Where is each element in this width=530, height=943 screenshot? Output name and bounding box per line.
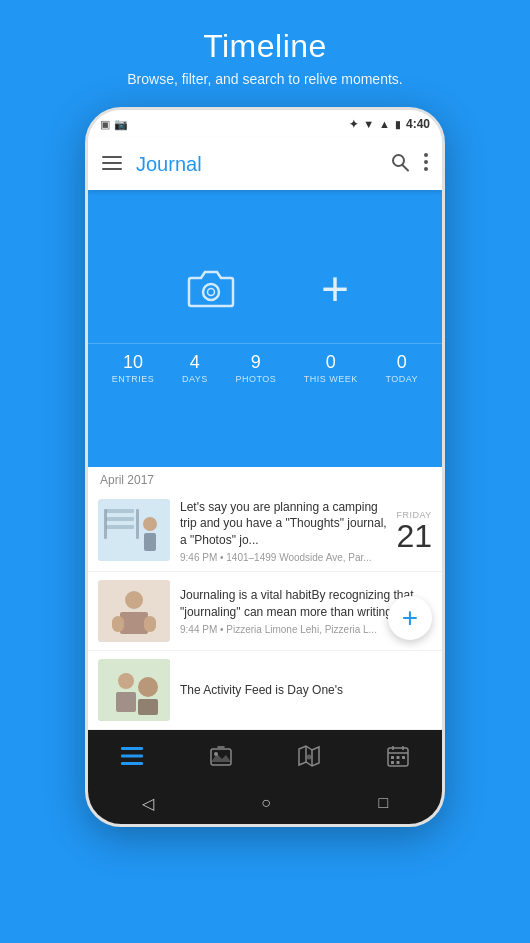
- entry-meta-1: 9:46 PM • 1401–1499 Woodside Ave, Par...: [180, 552, 388, 563]
- svg-point-33: [214, 752, 218, 756]
- svg-point-5: [424, 153, 428, 157]
- status-icon-2: 📷: [114, 118, 128, 131]
- svg-rect-12: [106, 517, 134, 521]
- svg-point-7: [424, 167, 428, 171]
- svg-rect-21: [112, 616, 124, 632]
- svg-rect-2: [102, 168, 122, 170]
- app-bar-actions: [390, 152, 428, 177]
- add-icon[interactable]: +: [321, 265, 349, 313]
- svg-rect-17: [144, 533, 156, 551]
- back-button[interactable]: ◁: [142, 794, 154, 813]
- stat-days: 4 DAYS: [182, 352, 208, 384]
- timeline-nav[interactable]: [88, 730, 177, 782]
- svg-rect-31: [211, 749, 231, 765]
- svg-point-19: [125, 591, 143, 609]
- app-bar: Journal: [88, 138, 442, 190]
- page-subtitle: Browse, filter, and search to relive mom…: [127, 71, 402, 87]
- more-icon[interactable]: [424, 153, 428, 176]
- table-row[interactable]: Let's say you are planning a camping tri…: [88, 491, 442, 572]
- svg-point-24: [118, 673, 134, 689]
- app-bar-title: Journal: [136, 153, 390, 176]
- svg-point-9: [207, 288, 214, 295]
- entry-thumbnail-2: [98, 580, 170, 642]
- stat-week-label: THIS WEEK: [304, 374, 358, 384]
- svg-marker-32: [211, 754, 231, 762]
- status-left: ▣ 📷: [100, 118, 128, 131]
- svg-rect-11: [106, 509, 134, 513]
- stat-entries-label: ENTRIES: [112, 374, 155, 384]
- svg-rect-20: [120, 612, 148, 634]
- svg-rect-15: [136, 509, 139, 539]
- table-row[interactable]: Journaling is a vital habitBy recognizin…: [88, 572, 442, 651]
- stat-entries-value: 10: [123, 352, 143, 373]
- fab-icon: +: [402, 604, 418, 632]
- svg-rect-13: [106, 525, 134, 529]
- svg-rect-14: [104, 509, 107, 539]
- menu-icon[interactable]: [102, 154, 122, 175]
- stat-photos-value: 9: [251, 352, 261, 373]
- bluetooth-icon: ✦: [349, 118, 358, 131]
- svg-rect-42: [391, 756, 394, 759]
- phone-frame: ▣ 📷 ✦ ▼ ▲ ▮ 4:40 Journal: [85, 107, 445, 827]
- stat-today: 0 TODAY: [385, 352, 418, 384]
- page-header: Timeline Browse, filter, and search to r…: [127, 0, 402, 97]
- status-right: ✦ ▼ ▲ ▮ 4:40: [349, 117, 430, 131]
- svg-rect-43: [396, 756, 399, 759]
- journal-list: April 2017 Let's say you are planning a …: [88, 467, 442, 730]
- stat-this-week: 0 THIS WEEK: [304, 352, 358, 384]
- recent-button[interactable]: □: [379, 794, 389, 812]
- stat-week-value: 0: [326, 352, 336, 373]
- phone-side-button: [443, 310, 445, 360]
- signal-icon: ▲: [379, 118, 390, 130]
- svg-rect-29: [121, 755, 143, 758]
- svg-rect-1: [102, 162, 122, 164]
- svg-point-26: [138, 677, 158, 697]
- entry-day-num-1: 21: [396, 520, 432, 552]
- svg-rect-45: [391, 761, 394, 764]
- fab-button[interactable]: +: [388, 596, 432, 640]
- svg-point-8: [203, 284, 219, 300]
- entry-date-1: FRIDAY 21: [396, 499, 432, 563]
- svg-rect-10: [98, 499, 170, 561]
- page-title: Timeline: [127, 28, 402, 65]
- svg-rect-22: [144, 616, 156, 632]
- status-icon-1: ▣: [100, 118, 110, 131]
- svg-rect-46: [396, 761, 399, 764]
- status-bar: ▣ 📷 ✦ ▼ ▲ ▮ 4:40: [88, 110, 442, 138]
- svg-rect-27: [138, 699, 158, 715]
- photos-nav[interactable]: [177, 730, 266, 782]
- stat-entries: 10 ENTRIES: [112, 352, 155, 384]
- battery-icon: ▮: [395, 119, 401, 130]
- entry-text-1: Let's say you are planning a camping tri…: [180, 499, 388, 549]
- stat-today-label: TODAY: [385, 374, 418, 384]
- svg-rect-30: [121, 762, 143, 765]
- svg-point-6: [424, 160, 428, 164]
- system-nav: ◁ ○ □: [88, 782, 442, 824]
- entry-thumbnail-3: [98, 659, 170, 721]
- entry-content-1: Let's say you are planning a camping tri…: [180, 499, 388, 563]
- svg-rect-44: [402, 756, 405, 759]
- entry-content-3: The Activity Feed is Day One's: [180, 659, 432, 721]
- stat-photos: 9 PHOTOS: [235, 352, 276, 384]
- section-header: April 2017: [88, 467, 442, 491]
- calendar-nav[interactable]: [354, 730, 443, 782]
- stat-days-label: DAYS: [182, 374, 208, 384]
- stat-days-value: 4: [190, 352, 200, 373]
- svg-line-4: [403, 165, 409, 171]
- stats-bar: 10 ENTRIES 4 DAYS 9 PHOTOS 0 THIS WEEK 0…: [88, 343, 442, 392]
- blue-icons-row: +: [181, 265, 349, 313]
- svg-point-37: [307, 755, 312, 760]
- map-nav[interactable]: [265, 730, 354, 782]
- wifi-icon: ▼: [363, 118, 374, 130]
- svg-rect-28: [121, 747, 143, 750]
- bottom-nav: [88, 730, 442, 782]
- svg-rect-0: [102, 156, 122, 158]
- status-time: 4:40: [406, 117, 430, 131]
- search-icon[interactable]: [390, 152, 410, 177]
- svg-rect-25: [116, 692, 136, 712]
- stat-today-value: 0: [397, 352, 407, 373]
- home-button[interactable]: ○: [261, 794, 271, 812]
- stat-photos-label: PHOTOS: [235, 374, 276, 384]
- table-row[interactable]: The Activity Feed is Day One's: [88, 651, 442, 730]
- camera-icon: [181, 266, 241, 312]
